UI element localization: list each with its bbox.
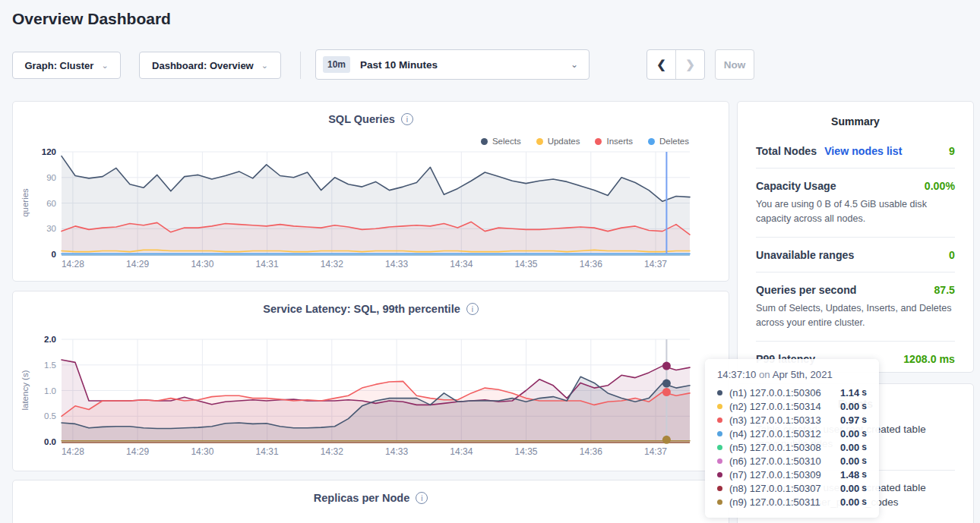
tooltip-node-unit: s <box>861 455 867 466</box>
svg-text:14:34: 14:34 <box>450 446 473 457</box>
tooltip-node-unit: s <box>861 496 867 507</box>
graph-dropdown[interactable]: Graph: Cluster ⌄ <box>12 52 121 79</box>
svg-text:14:28: 14:28 <box>62 446 84 457</box>
legend-item-deletes[interactable]: Deletes <box>648 137 689 146</box>
tooltip-node-label: (n6) 127.0.0.1:50310 <box>729 455 821 467</box>
legend-item-selects[interactable]: Selects <box>481 137 521 146</box>
tooltip-node-label: (n7) 127.0.0.1:50309 <box>729 469 821 480</box>
summary-row: Unavailable ranges0 <box>756 237 955 272</box>
tooltip-node-row: (n7) 127.0.0.1:503091.48s <box>717 468 867 481</box>
tooltip-node-row: (n8) 127.0.0.1:503070.00s <box>717 481 867 495</box>
now-button[interactable]: Now <box>715 49 754 80</box>
svg-text:14:31: 14:31 <box>256 259 279 269</box>
summary-row-label: Queries per second <box>756 284 856 296</box>
tooltip-timestamp: 14:37:10 on Apr 5th, 2021 <box>717 369 867 380</box>
summary-panel: Summary Total NodesView nodes list9Capac… <box>737 101 974 373</box>
time-step-forward-button[interactable]: ❯ <box>676 50 704 79</box>
time-range-dropdown[interactable]: 10m Past 10 Minutes ⌄ <box>315 49 590 80</box>
svg-text:120: 120 <box>42 149 56 156</box>
info-icon[interactable]: i <box>466 303 479 315</box>
svg-text:60: 60 <box>46 199 56 208</box>
legend-dot <box>648 138 655 145</box>
summary-rows: Total NodesView nodes list9Capacity Usag… <box>756 134 955 376</box>
legend-label: Updates <box>548 137 580 146</box>
tooltip-node-label: (n2) 127.0.0.1:50314 <box>729 401 821 412</box>
service-latency-y-axis-label: latency (s) <box>21 370 30 410</box>
graph-dropdown-label: Graph: Cluster <box>24 60 93 71</box>
tooltip-node-value: 0.00 <box>840 428 859 440</box>
replicas-per-node-title: Replicas per Node <box>314 492 410 504</box>
svg-text:14:28: 14:28 <box>62 259 84 269</box>
summary-row: Total NodesView nodes list9 <box>756 134 955 168</box>
view-nodes-list-link[interactable]: View nodes list <box>824 145 902 157</box>
tooltip-time: 14:37:10 <box>717 369 756 380</box>
summary-row-value: 9 <box>949 145 955 157</box>
chart-hover-tooltip: 14:37:10 on Apr 5th, 2021 (n1) 127.0.0.1… <box>705 359 879 518</box>
node-color-dot <box>717 472 722 477</box>
summary-row-label: Total Nodes <box>756 145 817 157</box>
node-color-dot <box>717 445 722 450</box>
time-range-label: Past 10 Minutes <box>360 59 438 71</box>
info-icon[interactable]: i <box>401 113 413 125</box>
node-color-dot <box>717 431 722 436</box>
replicas-per-node-card: Replicas per Node i <box>12 480 729 523</box>
svg-text:14:33: 14:33 <box>385 446 408 457</box>
node-color-dot <box>717 417 722 423</box>
tooltip-node-value: 0.00 <box>840 401 859 412</box>
tooltip-node-label: (n1) 127.0.0.1:50306 <box>729 387 821 399</box>
tooltip-node-value: 0.00 <box>840 455 859 467</box>
tooltip-node-value: 0.00 <box>840 496 859 508</box>
svg-text:0.5: 0.5 <box>44 411 56 421</box>
service-latency-chart[interactable]: 14:2814:2914:3014:3114:3214:3314:3414:35… <box>34 336 724 458</box>
svg-text:0.0: 0.0 <box>44 437 56 446</box>
sql-queries-title-row: SQL Queries i <box>13 113 729 125</box>
tooltip-node-label: (n3) 127.0.0.1:50313 <box>729 414 821 426</box>
tooltip-node-label: (n5) 127.0.0.1:50308 <box>729 442 821 453</box>
tooltip-node-row: (n1) 127.0.0.1:503061.14s <box>717 386 867 399</box>
time-step-back-button[interactable]: ❮ <box>647 50 676 79</box>
svg-text:14:32: 14:32 <box>321 259 343 269</box>
dashboard-dropdown[interactable]: Dashboard: Overview ⌄ <box>139 52 281 79</box>
tooltip-node-value: 1.48 <box>840 469 859 480</box>
sql-queries-title: SQL Queries <box>328 113 395 125</box>
svg-text:14:33: 14:33 <box>385 259 408 269</box>
service-latency-title-row: Service Latency: SQL, 99th percentile i <box>13 303 729 315</box>
tooltip-node-row: (n4) 127.0.0.1:503120.00s <box>717 427 867 440</box>
legend-label: Deletes <box>659 137 689 146</box>
summary-row-value: 0 <box>949 249 955 261</box>
sql-queries-card: SQL Queries i SelectsUpdatesInsertsDelet… <box>12 101 729 282</box>
service-latency-card: Service Latency: SQL, 99th percentile i … <box>12 291 729 471</box>
tooltip-node-unit: s <box>861 401 867 411</box>
tooltip-node-row: (n5) 127.0.0.1:503080.00s <box>717 440 867 454</box>
page-title: Overview Dashboard <box>12 10 171 28</box>
info-icon[interactable]: i <box>416 492 428 504</box>
summary-row-value: 1208.0 ms <box>903 353 955 365</box>
svg-text:14:36: 14:36 <box>580 259 602 269</box>
legend-dot <box>595 138 602 145</box>
tooltip-node-unit: s <box>861 469 867 480</box>
legend-label: Selects <box>492 137 521 146</box>
sql-queries-chart[interactable]: 14:2814:2914:3014:3114:3214:3314:3414:35… <box>34 149 724 271</box>
legend-item-inserts[interactable]: Inserts <box>595 137 633 146</box>
tooltip-node-unit: s <box>861 428 867 439</box>
summary-row-value: 0.00% <box>925 180 955 192</box>
sql-queries-legend: SelectsUpdatesInsertsDeletes <box>481 137 689 146</box>
chevron-down-icon: ⌄ <box>571 59 578 70</box>
svg-text:2.0: 2.0 <box>44 336 56 344</box>
tooltip-node-value: 0.97 <box>840 414 859 426</box>
sql-queries-y-axis-label: queries <box>21 188 30 217</box>
summary-row-description: You are using 0 B of 4.5 GiB usable disk… <box>756 197 955 226</box>
legend-dot <box>536 138 543 145</box>
tooltip-node-value: 0.00 <box>840 442 859 453</box>
svg-text:30: 30 <box>46 224 56 233</box>
toolbar-divider <box>300 52 301 79</box>
svg-text:14:37: 14:37 <box>644 446 667 457</box>
legend-dot <box>481 138 488 145</box>
summary-row-label: Capacity Usage <box>756 180 836 192</box>
legend-item-updates[interactable]: Updates <box>536 137 580 146</box>
svg-text:0: 0 <box>52 250 56 259</box>
node-color-dot <box>717 404 722 409</box>
tooltip-node-row: (n9) 127.0.0.1:503110.00s <box>717 495 867 509</box>
tooltip-node-unit: s <box>861 483 867 493</box>
node-color-dot <box>717 499 722 505</box>
